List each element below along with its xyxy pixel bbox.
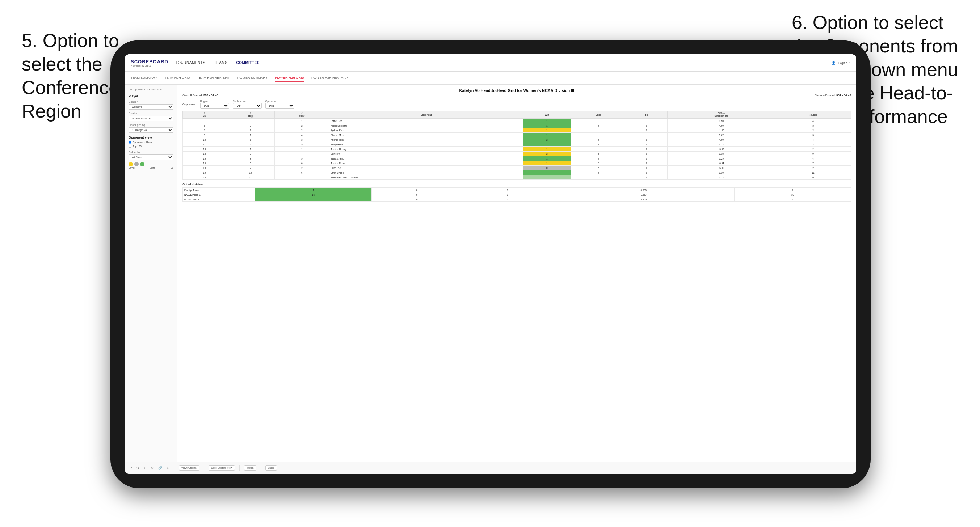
- clock-icon[interactable]: ⏱: [167, 466, 170, 470]
- region-filter-select[interactable]: (All): [200, 103, 229, 108]
- cell-rounds: 4: [775, 156, 851, 161]
- cell-tie: 0: [626, 128, 668, 133]
- cell-win: 2: [523, 137, 571, 142]
- save-custom-view-btn[interactable]: Save Custom View: [208, 465, 235, 471]
- division-select[interactable]: NCAA Division III: [129, 116, 173, 121]
- top-nav: SCOREBOARD Powered by clippd TOURNAMENTS…: [125, 54, 856, 71]
- ood-cell-diff: 9.267: [553, 192, 734, 197]
- cell-conf: 1: [275, 147, 329, 152]
- cell-win: 1: [523, 123, 571, 128]
- sub-nav-team-h2h-heatmap[interactable]: TEAM H2H HEATMAP: [197, 75, 230, 82]
- division-record: Division Record: 331 - 34 - 6: [815, 94, 851, 97]
- cell-div: 19: [183, 170, 226, 175]
- nav-teams[interactable]: TEAMS: [214, 59, 228, 66]
- link-icon[interactable]: 🔗: [158, 466, 162, 470]
- ood-cell-win: 5: [255, 197, 372, 202]
- table-row: 9 1 4 Sharon Mun 1 3.67 3: [183, 133, 851, 137]
- cell-div: 20: [183, 175, 226, 180]
- settings-icon[interactable]: ⚙: [151, 466, 154, 470]
- toolbar-sep4: [261, 465, 261, 471]
- cell-div: 16: [183, 161, 226, 166]
- radio-top100[interactable]: Top 100: [129, 145, 173, 148]
- redo1-icon[interactable]: ↪: [137, 466, 139, 470]
- cell-tie: 0: [626, 147, 668, 152]
- cell-reg: 3: [226, 161, 275, 166]
- cell-conf: 7: [275, 175, 329, 180]
- right-content: Katelyn Vo Head-to-Head Grid for Women's…: [177, 85, 856, 462]
- undo-icon[interactable]: ↩: [129, 466, 132, 470]
- th-loss: Loss: [571, 111, 626, 119]
- cell-reg: 10: [226, 170, 275, 175]
- cell-diff: -1.00: [668, 128, 775, 133]
- cell-name: Federica Domecq Lacroze: [329, 175, 523, 180]
- legend-row: [129, 162, 173, 167]
- cell-div: 10: [183, 137, 226, 142]
- sub-nav-player-h2h-heatmap[interactable]: PLAYER H2H HEATMAP: [311, 75, 348, 82]
- th-div: #Div: [183, 111, 226, 119]
- colour-by-select[interactable]: Win/loss: [129, 154, 173, 160]
- cell-name: Euna Lee: [329, 166, 523, 170]
- nav-committee[interactable]: COMMITTEE: [236, 59, 259, 66]
- ood-cell-diff: 4.500: [553, 188, 734, 192]
- nav-tournaments[interactable]: TOURNAMENTS: [176, 59, 206, 66]
- opponent-filter-select[interactable]: (All): [266, 103, 294, 108]
- cell-conf: 6: [275, 161, 329, 166]
- player-rank-label: Player (Rank): [129, 123, 173, 127]
- view-original-btn[interactable]: View: Original: [179, 465, 199, 471]
- cell-tie: 0: [626, 161, 668, 166]
- cell-loss: 1: [571, 147, 626, 152]
- ood-cell-tie: 0: [462, 192, 553, 197]
- cell-diff: 3.67: [668, 133, 775, 137]
- cell-rounds: 3: [775, 123, 851, 128]
- gender-select[interactable]: Women's: [129, 104, 173, 110]
- ood-cell-name: Foreign Team: [183, 188, 255, 192]
- colour-by-label: Colour by: [129, 151, 173, 154]
- watch-btn[interactable]: Watch: [244, 465, 256, 471]
- cell-loss: 2: [571, 152, 626, 156]
- logo-sub: Powered by clippd: [131, 64, 168, 67]
- cell-loss: 0: [571, 156, 626, 161]
- conference-filter-label: Conference: [233, 100, 262, 102]
- sub-nav-team-h2h-grid[interactable]: TEAM H2H GRID: [164, 75, 190, 82]
- cell-diff: 1.50: [668, 119, 775, 123]
- sub-nav-player-h2h-grid[interactable]: PLAYER H2H GRID: [275, 75, 304, 82]
- cell-conf: 2: [275, 123, 329, 128]
- cell-conf: 6: [275, 170, 329, 175]
- cell-div: 14: [183, 152, 226, 156]
- cell-name: Sydney Kuo: [329, 128, 523, 133]
- undo2-icon[interactable]: ↩: [144, 466, 146, 470]
- sub-nav-player-summary[interactable]: PLAYER SUMMARY: [237, 75, 267, 82]
- cell-div: 15: [183, 156, 226, 161]
- overall-record: Overall Record: 353 - 34 - 6: [183, 94, 218, 97]
- table-row: 19 10 6 Emily Chang 4 0 0 0.30 11: [183, 170, 851, 175]
- cell-conf: 1: [275, 119, 329, 123]
- cell-loss: 1: [571, 128, 626, 133]
- sign-out-link[interactable]: Sign out: [838, 61, 850, 65]
- user-icon: 👤: [832, 61, 835, 65]
- cell-diff: -0.94: [668, 161, 775, 166]
- conference-filter-select[interactable]: (All): [233, 103, 262, 108]
- cell-div: 11: [183, 142, 226, 147]
- cell-div: 3: [183, 119, 226, 123]
- filter-section: Opponents: Region (All) Conference (: [183, 100, 851, 108]
- cell-tie: 0: [626, 137, 668, 142]
- cell-reg: 2: [226, 142, 275, 147]
- opponents-label: Opponents:: [183, 103, 197, 106]
- cell-loss: 2: [571, 166, 626, 170]
- cell-win: 2: [523, 152, 571, 156]
- cell-name: Stella Cheng: [329, 156, 523, 161]
- sub-nav-team-summary[interactable]: TEAM SUMMARY: [131, 75, 157, 82]
- ood-cell-name: NAIA Division 1: [183, 192, 255, 197]
- ood-cell-win: 1: [255, 188, 372, 192]
- ood-cell-rounds: 2: [735, 188, 851, 192]
- player-section-title: Player: [129, 94, 173, 98]
- cell-rounds: 11: [775, 170, 851, 175]
- radio-opponents-played[interactable]: Opponents Played: [129, 141, 173, 144]
- player-rank-select[interactable]: 8. Katelyn Vo: [129, 127, 173, 133]
- share-btn[interactable]: Share: [266, 465, 277, 471]
- cell-name: Jessica Mason: [329, 161, 523, 166]
- cell-rounds: 4: [775, 119, 851, 123]
- bottom-toolbar: ↩ ↪ ↩ ⚙ 🔗 ⏱ View: Original Save Custom V…: [125, 462, 856, 474]
- cell-tie: 0: [626, 156, 668, 161]
- cell-div: 18: [183, 166, 226, 170]
